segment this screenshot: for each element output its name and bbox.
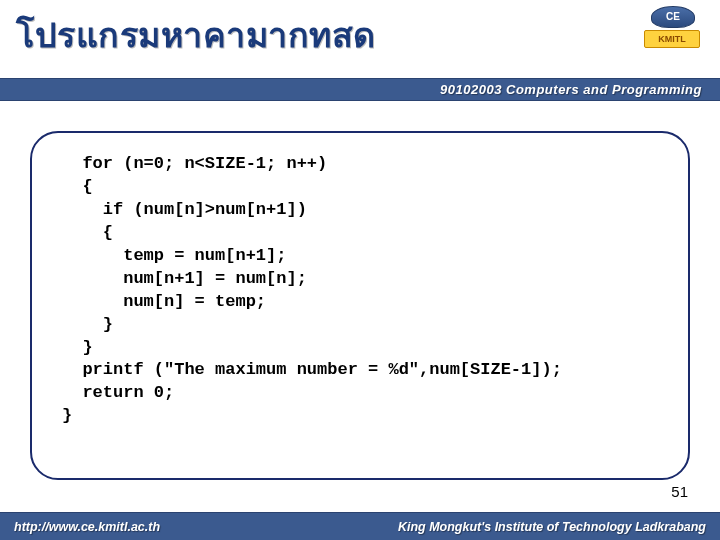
footer-institution: King Mongkut's Institute of Technology L… [398, 520, 706, 534]
logo-bottom: KMITL [644, 30, 700, 48]
header: โปรแกรมหาคามากทสด CE KMITL [0, 0, 720, 78]
footer-url: http://www.ce.kmitl.ac.th [14, 520, 160, 534]
page-title: โปรแกรมหาคามากทสด [16, 8, 704, 62]
code-block: for (n=0; n<SIZE-1; n++) { if (num[n]>nu… [62, 153, 658, 428]
course-bar: 90102003 Computers and Programming [0, 78, 720, 101]
slide: โปรแกรมหาคามากทสด CE KMITL 90102003 Comp… [0, 0, 720, 540]
kmitl-logo: CE KMITL [644, 6, 702, 50]
code-box: for (n=0; n<SIZE-1; n++) { if (num[n]>nu… [30, 131, 690, 480]
footer: http://www.ce.kmitl.ac.th King Mongkut's… [0, 512, 720, 540]
page-number: 51 [671, 483, 688, 500]
logo-top: CE [651, 6, 695, 28]
content: for (n=0; n<SIZE-1; n++) { if (num[n]>nu… [0, 101, 720, 490]
